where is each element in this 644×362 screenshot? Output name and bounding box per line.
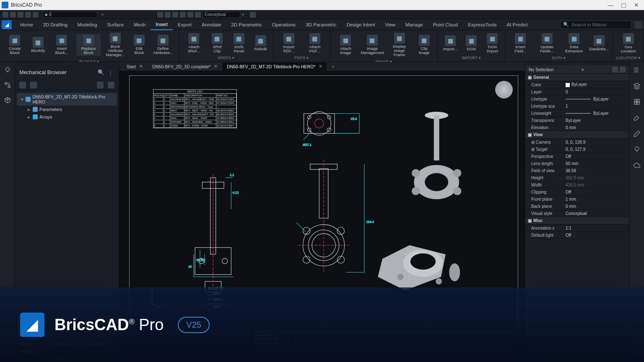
xrefs-panel-button[interactable]: ▦Xrefs Panel <box>229 32 249 54</box>
dgn-import-button[interactable]: ▦DGN Import <box>483 32 501 54</box>
ribbon-tab-mesh[interactable]: Mesh <box>129 19 151 30</box>
filter-icon[interactable] <box>620 67 626 72</box>
prop-row[interactable]: PerspectiveOff <box>525 153 629 160</box>
misc-icon[interactable] <box>180 12 186 18</box>
prop-row[interactable]: ⊞ Target0, 0, 127.9 <box>525 146 629 153</box>
layer-dropdown[interactable]: ■ 0 <box>43 11 97 18</box>
visual-style-dropdown[interactable]: Conceptual <box>203 11 240 18</box>
ribbon-tab-2d-drafting[interactable]: 2D Drafting <box>38 19 73 30</box>
pencil-icon[interactable] <box>633 130 641 137</box>
close-icon[interactable]: ✕ <box>139 64 143 69</box>
doc-tab[interactable]: DN50-BFV_2D_MT-2D Titleblock-Pro HERO*✕ <box>223 62 327 71</box>
data-extraction-button[interactable]: ▦Data Extraction <box>562 32 587 54</box>
prop-row[interactable]: ClippingOff <box>525 189 629 196</box>
group-label[interactable]: IMPORT ▾ <box>438 56 505 62</box>
prop-row[interactable]: Width428.5 mm <box>525 181 629 189</box>
lightbulb-icon[interactable] <box>4 66 11 74</box>
panel-grip[interactable]: ⋯ <box>525 62 629 65</box>
search-icon[interactable]: 🔍 <box>98 69 104 76</box>
prop-category[interactable]: ▣ Misc <box>525 217 629 225</box>
group-label[interactable]: PDFS ▾ <box>274 56 330 62</box>
blockify-button[interactable]: ▦Blockify <box>29 36 47 54</box>
ribbon-tab-annotate[interactable]: Annotate <box>197 19 226 30</box>
ribbon-tab-design-intent[interactable]: Design Intent <box>342 19 380 30</box>
redo-icon[interactable] <box>33 12 39 18</box>
geo-location-button[interactable]: ▦Geo Location <box>616 32 640 54</box>
refedit-button[interactable]: ▦Refedit <box>252 34 270 52</box>
tool-icon[interactable] <box>97 82 104 88</box>
datalinks-button[interactable]: ▦Datalinks... <box>589 34 609 52</box>
ribbon-tab-modeling[interactable]: Modeling <box>73 19 102 30</box>
tool-icon[interactable] <box>30 82 37 88</box>
cube-icon[interactable] <box>4 96 11 104</box>
ribbon-tab-ai-predict[interactable]: AI Predict <box>502 19 533 30</box>
xref-clip-button[interactable]: ▦XRef Clip <box>208 32 226 54</box>
layers-icon[interactable] <box>633 82 641 90</box>
dropdown-icon[interactable]: ▾ <box>582 67 584 72</box>
paint-icon[interactable] <box>633 114 641 122</box>
cloud-icon[interactable] <box>633 162 641 169</box>
maximize-button[interactable]: ▢ <box>621 2 626 8</box>
ribbon-search[interactable]: 🔍 Search in Ribbon <box>560 21 631 29</box>
ribbon-tab-expresstools[interactable]: ExpressTools <box>463 19 501 30</box>
doc-tab[interactable]: Start✕ <box>122 62 147 71</box>
misc-icon[interactable] <box>187 12 193 18</box>
app-menu-button[interactable]: ◢ <box>2 20 12 29</box>
open-icon[interactable] <box>10 12 16 18</box>
prop-row[interactable]: ColorByLayer <box>525 81 629 88</box>
prop-row[interactable]: Linetype sca1 <box>525 103 629 110</box>
tool-icon[interactable] <box>108 82 114 88</box>
prop-row[interactable]: Back plane0 mm <box>525 203 629 210</box>
prop-row[interactable]: Visual styleConceptual <box>525 210 629 217</box>
prop-row[interactable]: LineweightByLayer <box>525 110 629 117</box>
create-block-button[interactable]: ▦Create Block <box>3 34 26 56</box>
insert-field-button[interactable]: ▦Insert Field... <box>509 32 532 54</box>
prop-row[interactable]: TransparencByLayer <box>525 117 629 124</box>
attach-pdf-button[interactable]: ▦Attach PDF... <box>303 32 327 54</box>
tree-item[interactable]: ▸Parameters <box>17 106 117 113</box>
prop-row[interactable]: Default lightOff <box>525 232 629 239</box>
prop-row[interactable]: Annotation s1:1 <box>525 225 629 232</box>
new-tab-button[interactable]: ＋ <box>327 63 339 70</box>
misc-icon[interactable] <box>157 12 163 18</box>
tool-icon[interactable] <box>19 82 26 88</box>
update-fields-button[interactable]: ▦Update Fields... <box>535 32 559 54</box>
menu-icon[interactable]: ⋮ <box>108 69 114 76</box>
prop-row[interactable]: Lens length50 mm <box>525 160 629 167</box>
misc-icon[interactable] <box>172 12 178 18</box>
filter-icon[interactable] <box>612 67 618 72</box>
collapse-icon[interactable]: ▣ <box>528 75 532 80</box>
ribbon-tab-home[interactable]: Home <box>15 19 38 30</box>
close-icon[interactable]: ✕ <box>319 64 322 69</box>
ribbon-tab-manage[interactable]: Manage <box>400 19 428 30</box>
edit-block-button[interactable]: ▦Edit Block <box>130 34 148 56</box>
ribbon-tab-export[interactable]: Export <box>173 19 197 30</box>
caret-icon[interactable]: ▸ <box>27 114 31 119</box>
save-icon[interactable] <box>18 12 23 18</box>
block-attr-mgr-button[interactable]: ▦Block Attribute Manager... <box>103 32 127 58</box>
close-icon[interactable]: ✕ <box>214 64 218 69</box>
group-label[interactable]: LOCATION ▾ <box>613 56 644 62</box>
import-pdf-button[interactable]: ▦Import PDF... <box>277 32 301 54</box>
panel-grip[interactable]: ⋯ <box>15 62 119 65</box>
tree-item[interactable]: ▸Arrays <box>17 113 117 121</box>
caret-icon[interactable]: ▾ <box>20 97 24 102</box>
misc-icon[interactable] <box>195 12 201 18</box>
prop-row[interactable]: Height302.9 mm <box>525 174 629 181</box>
clip-image-button[interactable]: ▦Clip Image <box>414 34 434 56</box>
image-management-button[interactable]: ▦Image Management <box>360 34 385 56</box>
attach-xref-button[interactable]: ▦Attach XRef... <box>182 32 205 54</box>
attach-image-button[interactable]: ▦Attach Image <box>334 34 358 56</box>
close-button[interactable]: ✕ <box>634 2 639 8</box>
ribbon-tab-insert[interactable]: Insert <box>151 19 173 30</box>
tree-item[interactable]: ▾DN50-BFV_2D_MT-2D Titleblock-Pro HERO <box>17 93 117 106</box>
ribbon-tab-point-cloud[interactable]: Point Cloud <box>428 19 463 30</box>
prop-row[interactable]: Layer0 <box>525 88 629 96</box>
feedback-icon[interactable] <box>635 21 642 28</box>
minimize-button[interactable]: — <box>608 2 613 8</box>
caret-icon[interactable]: ▸ <box>27 107 31 112</box>
group-label[interactable]: DATA ▾ <box>505 56 613 62</box>
prop-row[interactable]: Field of view38.58 <box>525 167 629 174</box>
collapse-icon[interactable]: ▣ <box>528 218 532 223</box>
help-icon[interactable] <box>250 12 256 18</box>
